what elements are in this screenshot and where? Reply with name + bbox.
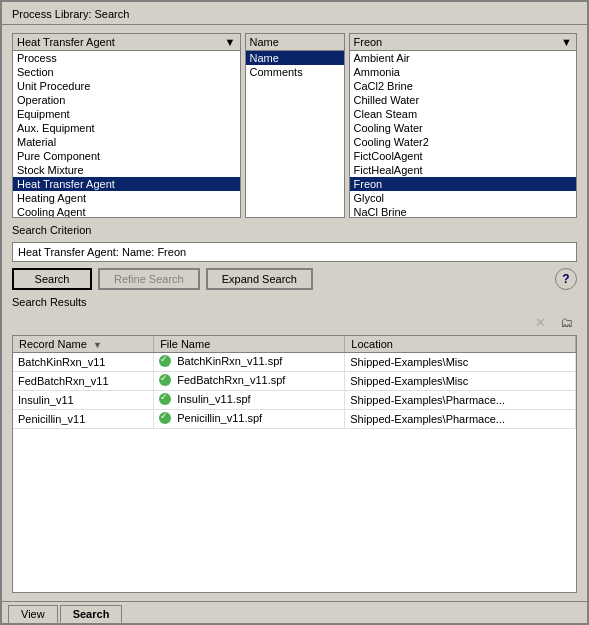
col-file-name: File Name [154,336,345,353]
open-folder-icon[interactable]: 🗂 [555,311,577,333]
list-item[interactable]: CaCl2 Brine [350,79,577,93]
list-item[interactable]: Section [13,65,240,79]
table-row[interactable]: Penicillin_v11 Penicillin_v11.spfShipped… [13,410,576,429]
left-list[interactable]: ProcessSectionUnit ProcedureOperationEqu… [12,50,241,218]
list-item[interactable]: Ammonia [350,65,577,79]
search-results-label: Search Results [12,296,577,308]
cell-location: Shipped-Examples\Misc [345,372,576,391]
col-location: Location [345,336,576,353]
right-list-header-label: Freon [354,36,383,48]
table-row[interactable]: FedBatchRxn_v11 FedBatchRxn_v11.spfShipp… [13,372,576,391]
tab-bar: View Search [2,601,587,623]
middle-list[interactable]: NameComments [245,50,345,218]
list-item[interactable]: Chilled Water [350,93,577,107]
list-item[interactable]: Name [246,51,344,65]
list-item[interactable]: Cooling Water [350,121,577,135]
cell-record-name: Insulin_v11 [13,391,154,410]
list-item[interactable]: Unit Procedure [13,79,240,93]
lists-row: Heat Transfer Agent ▼ ProcessSectionUnit… [12,33,577,218]
search-results-section: Search Results ✕ 🗂 Record Name ▼ Fil [12,296,577,593]
right-list-container: Freon ▼ Ambient AirAmmoniaCaCl2 BrineChi… [349,33,578,218]
list-item[interactable]: Aux. Equipment [13,121,240,135]
cell-location: Shipped-Examples\Pharmace... [345,410,576,429]
col-record-name: Record Name ▼ [13,336,154,353]
cell-record-name: FedBatchRxn_v11 [13,372,154,391]
buttons-row: Search Refine Search Expand Search ? [12,268,577,290]
list-item[interactable]: Material [13,135,240,149]
tab-view[interactable]: View [8,605,58,623]
right-list[interactable]: Ambient AirAmmoniaCaCl2 BrineChilled Wat… [349,50,578,218]
tab-search[interactable]: Search [60,605,123,623]
list-item[interactable]: Freon [350,177,577,191]
list-item[interactable]: Ambient Air [350,51,577,65]
cell-file-name: Penicillin_v11.spf [154,410,345,429]
table-header-row: Record Name ▼ File Name Location [13,336,576,353]
cell-file-name: Insulin_v11.spf [154,391,345,410]
table-row[interactable]: BatchKinRxn_v11 BatchKinRxn_v11.spfShipp… [13,353,576,372]
results-tbody: BatchKinRxn_v11 BatchKinRxn_v11.spfShipp… [13,353,576,429]
middle-list-header: Name [245,33,345,50]
list-item[interactable]: Clean Steam [350,107,577,121]
list-item[interactable]: Cooling Water2 [350,135,577,149]
main-window: Process Library: Search Heat Transfer Ag… [0,0,589,625]
list-item[interactable]: Glycol [350,191,577,205]
table-row[interactable]: Insulin_v11 Insulin_v11.spfShipped-Examp… [13,391,576,410]
right-list-sort-icon: ▼ [561,36,572,48]
search-criterion-section: Search Criterion Heat Transfer Agent: Na… [12,224,577,262]
list-item[interactable]: Equipment [13,107,240,121]
results-table: Record Name ▼ File Name Location [12,335,577,593]
title-bar: Process Library: Search [2,2,587,25]
middle-list-header-label: Name [250,36,279,48]
list-item[interactable]: Pure Component [13,149,240,163]
right-list-header: Freon ▼ [349,33,578,50]
cell-location: Shipped-Examples\Pharmace... [345,391,576,410]
cell-record-name: Penicillin_v11 [13,410,154,429]
list-item[interactable]: FictHealAgent [350,163,577,177]
cell-file-name: FedBatchRxn_v11.spf [154,372,345,391]
list-item[interactable]: Operation [13,93,240,107]
expand-search-button[interactable]: Expand Search [206,268,313,290]
left-list-container: Heat Transfer Agent ▼ ProcessSectionUnit… [12,33,241,218]
content-area: Heat Transfer Agent ▼ ProcessSectionUnit… [2,25,587,601]
left-list-header: Heat Transfer Agent ▼ [12,33,241,50]
search-button[interactable]: Search [12,268,92,290]
window-title: Process Library: Search [12,8,129,20]
refine-search-button[interactable]: Refine Search [98,268,200,290]
cell-file-name: BatchKinRxn_v11.spf [154,353,345,372]
cell-record-name: BatchKinRxn_v11 [13,353,154,372]
left-list-sort-icon: ▼ [225,36,236,48]
list-item[interactable]: Process [13,51,240,65]
search-criterion-input[interactable]: Heat Transfer Agent: Name: Freon [12,242,577,262]
list-item[interactable]: Heating Agent [13,191,240,205]
help-button[interactable]: ? [555,268,577,290]
search-criterion-label: Search Criterion [12,224,577,236]
left-list-header-label: Heat Transfer Agent [17,36,115,48]
cell-location: Shipped-Examples\Misc [345,353,576,372]
list-item[interactable]: Comments [246,65,344,79]
middle-list-container: Name NameComments [245,33,345,218]
list-item[interactable]: Stock Mixture [13,163,240,177]
list-item[interactable]: Heat Transfer Agent [13,177,240,191]
list-item[interactable]: NaCl Brine [350,205,577,218]
results-toolbar: ✕ 🗂 [12,311,577,333]
list-item[interactable]: Cooling Agent [13,205,240,218]
delete-icon[interactable]: ✕ [529,311,551,333]
list-item[interactable]: FictCoolAgent [350,149,577,163]
sort-arrow-record-name: ▼ [93,340,102,350]
